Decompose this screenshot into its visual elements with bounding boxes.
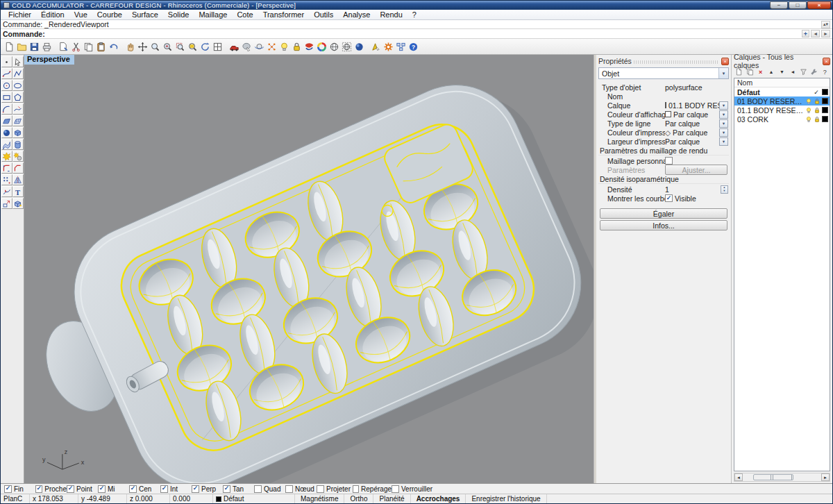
polygon-tool[interactable]	[12, 92, 24, 103]
undo-button[interactable]	[107, 40, 119, 53]
cut-button[interactable]	[69, 40, 82, 53]
named-view-button[interactable]	[228, 40, 240, 53]
menu-maillage[interactable]: Maillage	[194, 10, 232, 19]
viewport-label[interactable]: Perspective	[24, 55, 74, 65]
scroll-right-icon[interactable]: ►	[821, 473, 830, 481]
app-icon[interactable]	[3, 2, 10, 8]
toggle-ortho[interactable]: Ortho	[344, 494, 373, 503]
osnap-perp[interactable]: ✓Perp	[192, 485, 223, 493]
density-stepper[interactable]	[721, 185, 728, 194]
boolean-difference-tool[interactable]	[12, 151, 24, 162]
menu-cote[interactable]: Cote	[232, 10, 258, 19]
layer-lock-icon[interactable]	[814, 107, 821, 114]
command-input[interactable]: Commande: + ◄ ►	[1, 29, 832, 39]
osnap-tan[interactable]: ✓Tan	[223, 485, 254, 493]
menu-courbe[interactable]: Courbe	[92, 10, 127, 19]
cylinder-tool[interactable]	[12, 139, 24, 150]
zoom-selected-button[interactable]	[186, 40, 199, 53]
print-button[interactable]	[40, 40, 53, 53]
edit-properties-button[interactable]	[57, 40, 69, 53]
open-file-button[interactable]	[15, 40, 28, 53]
osnap-reperage[interactable]: Repérage	[353, 485, 392, 493]
extract-curve-tool[interactable]	[1, 186, 12, 197]
layer-visible-icon[interactable]	[805, 98, 812, 105]
linetype-row[interactable]: Type de ligne Par calque	[598, 119, 729, 128]
pan-button[interactable]	[124, 40, 136, 53]
viewport-layout-button[interactable]	[211, 40, 224, 53]
curve-edit-tool[interactable]	[12, 103, 24, 115]
move-up-button[interactable]: ▲	[767, 67, 775, 76]
layer-row-body-reservoir[interactable]: 01 BODY RESERVOIR G...	[734, 96, 830, 106]
zoom-dynamic-button[interactable]	[161, 40, 174, 53]
copy-button[interactable]	[82, 40, 94, 53]
toggle-historique[interactable]: Enregistrer l'historique	[466, 494, 546, 503]
box-tool[interactable]	[12, 127, 24, 138]
rotate-view-button[interactable]	[199, 40, 211, 53]
filter-button[interactable]	[800, 67, 807, 76]
layer-row-defaut[interactable]: Défaut ✓	[734, 87, 830, 96]
osnap-noeud[interactable]: Nœud	[285, 485, 317, 493]
osnap-verrouiller[interactable]: Verrouiller	[392, 485, 435, 493]
select-pointer-tool[interactable]	[12, 56, 24, 67]
scroll-thumb[interactable]	[753, 474, 793, 480]
help-button[interactable]	[407, 40, 419, 53]
display-mode-button[interactable]	[303, 40, 315, 53]
point-cloud-button[interactable]	[265, 40, 278, 53]
layer-row[interactable]: Calque 01.1 BODY RESER...	[598, 101, 729, 110]
menu-help[interactable]: ?	[407, 10, 421, 19]
print-color-row[interactable]: Couleur d'impression ◇Par calque	[598, 128, 729, 137]
layer-lock-icon[interactable]	[814, 116, 821, 123]
display-color-row[interactable]: Couleur d'affichage Par calque	[598, 110, 729, 119]
surface-tool[interactable]	[1, 115, 12, 126]
panel-grip[interactable]	[634, 60, 719, 64]
command-prev-icon[interactable]: ◄	[811, 30, 820, 37]
mirror-tool[interactable]	[12, 174, 24, 185]
color-wheel-button[interactable]	[315, 40, 328, 53]
layer-row-cork[interactable]: 03 CORK	[734, 115, 830, 124]
properties-close-icon[interactable]	[721, 58, 729, 65]
layers-close-icon[interactable]	[823, 58, 830, 65]
osnap-point[interactable]: ✓Point	[67, 485, 98, 493]
menu-surface[interactable]: Surface	[127, 10, 163, 19]
layer-row-body-reservoir-2[interactable]: 01.1 BODY RESERVOIR ...	[734, 106, 830, 115]
scroll-left-icon[interactable]: ◄	[734, 473, 743, 481]
osnap-mi[interactable]: ✓Mi	[98, 485, 129, 493]
command-next-icon[interactable]: ►	[821, 30, 830, 37]
cplane-pane[interactable]: PlanC	[1, 494, 30, 503]
print-width-row[interactable]: Largeur d'impression Par calque	[598, 137, 729, 146]
menu-rendu[interactable]: Rendu	[375, 10, 407, 19]
layer-lock-icon[interactable]	[814, 98, 821, 105]
new-sublayer-button[interactable]	[746, 67, 753, 76]
chevron-down-icon[interactable]	[719, 119, 728, 128]
osnap-cen[interactable]: ✓Cen	[129, 485, 160, 493]
osnap-fin[interactable]: ✓Fin	[4, 485, 35, 493]
zoom-window-button[interactable]	[174, 40, 186, 53]
toggle-planeite[interactable]: Planéité	[373, 494, 410, 503]
layer-swatch[interactable]	[822, 116, 828, 122]
layer-visible-icon[interactable]	[805, 107, 812, 114]
chamfer-tool[interactable]	[12, 162, 24, 174]
visible-checkbox[interactable]: ✓	[665, 194, 673, 202]
circle-tool[interactable]	[1, 80, 12, 91]
polyline-tool[interactable]	[12, 68, 24, 79]
control-point-curve-tool[interactable]	[1, 68, 12, 79]
rectangle-tool[interactable]	[1, 92, 12, 103]
boolean-union-tool[interactable]	[1, 151, 12, 162]
layer-swatch[interactable]	[822, 107, 828, 113]
arc-tool[interactable]	[1, 103, 12, 115]
sphere-tool[interactable]	[1, 127, 12, 138]
perspective-viewport[interactable]: x y z Perspective	[24, 55, 594, 483]
layers-help-button[interactable]: ?	[821, 67, 829, 76]
ellipse-tool[interactable]	[12, 80, 24, 91]
custom-mesh-checkbox[interactable]	[665, 157, 673, 165]
array-tool[interactable]	[1, 174, 12, 185]
patch-tool[interactable]	[1, 139, 12, 150]
paste-button[interactable]	[94, 40, 107, 53]
make-2d-tool[interactable]	[1, 198, 12, 209]
render-button[interactable]	[353, 40, 365, 53]
chevron-down-icon[interactable]	[719, 101, 728, 110]
move-parent-button[interactable]: ◄	[789, 67, 796, 76]
command-scroll-icon[interactable]: ▴▾	[821, 21, 830, 28]
menu-fichier[interactable]: Fichier	[3, 10, 36, 19]
render-preview-button[interactable]	[340, 40, 353, 53]
